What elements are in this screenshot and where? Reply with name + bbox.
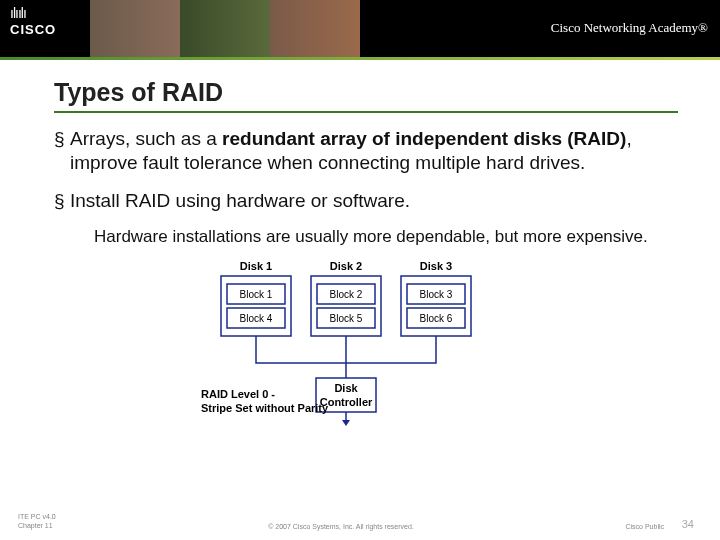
disk-1-label: Disk 1 <box>240 260 272 272</box>
raid-diagram: Disk 1 Disk 2 Disk 3 Block 1 Block 2 Blo… <box>201 258 531 428</box>
bullet-marker-icon: § <box>54 127 70 175</box>
slide-content: Types of RAID § Arrays, such as a redund… <box>0 60 720 428</box>
footer-scope: Cisco Public <box>574 523 664 530</box>
banner: ılıılı CISCO Cisco Networking Academy® <box>0 0 720 60</box>
title-rule <box>54 111 678 113</box>
disk-2-label: Disk 2 <box>330 260 362 272</box>
footer: ITE PC v4.0 Chapter 11 © 2007 Cisco Syst… <box>0 513 720 530</box>
block-5: Block 5 <box>330 313 363 324</box>
academy-label: Cisco Networking Academy® <box>551 20 708 36</box>
slide-title: Types of RAID <box>54 78 678 107</box>
footer-copyright: © 2007 Cisco Systems, Inc. All rights re… <box>108 523 574 530</box>
footer-line-2: Chapter 11 <box>18 522 108 530</box>
block-4: Block 4 <box>240 313 273 324</box>
bullet-2: § Install RAID using hardware or softwar… <box>54 189 678 213</box>
controller-l1: Disk <box>334 382 358 394</box>
bullet-marker-icon: § <box>54 189 70 213</box>
bullet-1-pre: Arrays, such as a <box>70 128 222 149</box>
cisco-logo: ılıılı CISCO <box>10 8 56 37</box>
diagram-caption-1: RAID Level 0 - <box>201 388 275 400</box>
bullet-1: § Arrays, such as a redundant array of i… <box>54 127 678 175</box>
block-6: Block 6 <box>420 313 453 324</box>
block-2: Block 2 <box>330 289 363 300</box>
disk-3-label: Disk 3 <box>420 260 452 272</box>
page-number: 34 <box>664 518 694 530</box>
logo-text: CISCO <box>10 22 56 37</box>
block-3: Block 3 <box>420 289 453 300</box>
bullet-2-pre: Install RAID using hardware or software. <box>70 190 410 211</box>
block-1: Block 1 <box>240 289 273 300</box>
bullet-1-bold: redundant array of independent disks (RA… <box>222 128 626 149</box>
logo-bars-icon: ılıılı <box>10 8 26 18</box>
diagram-caption-2: Stripe Set without Parity <box>201 402 329 414</box>
footer-line-1: ITE PC v4.0 <box>18 513 108 521</box>
sub-bullet: Hardware installations are usually more … <box>94 226 668 247</box>
